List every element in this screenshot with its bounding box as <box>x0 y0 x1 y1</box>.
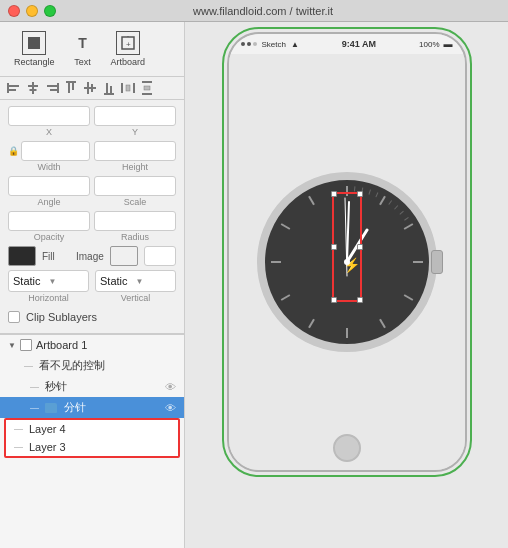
collapse-icon[interactable]: ▼ <box>8 341 16 350</box>
width-input[interactable]: 268 <box>21 141 90 161</box>
watch-crown <box>431 250 443 274</box>
second-hand-layer[interactable]: — 秒针 👁 <box>0 376 184 397</box>
home-button[interactable] <box>333 434 361 462</box>
svg-rect-25 <box>142 81 152 83</box>
vertical-dropdown[interactable]: Static ▼ <box>95 270 176 292</box>
signal-dot-1 <box>241 42 245 46</box>
wifi-icon: ▲ <box>291 40 299 49</box>
x-field: 54 X <box>8 106 90 137</box>
signal-dot-2 <box>247 42 251 46</box>
horizontal-label: Horizontal <box>8 293 89 303</box>
align-middle-icon[interactable] <box>82 81 98 95</box>
svg-rect-10 <box>57 83 59 93</box>
y-input[interactable]: 311 <box>94 106 176 126</box>
watch-face: ⚡ <box>257 172 437 352</box>
image-label: Image <box>76 251 104 262</box>
height-field: 26 Height <box>94 141 176 172</box>
align-left-icon[interactable] <box>6 81 22 95</box>
svg-rect-6 <box>9 89 16 91</box>
svg-line-40 <box>354 186 355 191</box>
svg-line-32 <box>404 295 413 300</box>
svg-rect-21 <box>110 86 112 93</box>
vertical-value: Static <box>100 275 136 287</box>
eye-visible-icon[interactable]: 👁 <box>165 402 176 414</box>
layer3-item[interactable]: — Layer 3 <box>6 438 178 456</box>
artboard-icon: + <box>116 31 140 55</box>
scale-field: 1 Scale <box>94 176 176 207</box>
layer4-name: Layer 4 <box>29 423 66 435</box>
svg-line-36 <box>281 295 290 300</box>
height-label: Height <box>94 162 176 172</box>
scale-input[interactable]: 1 <box>94 176 176 196</box>
battery-icon: ▬ <box>444 39 453 49</box>
distribute-v-icon[interactable] <box>139 81 155 95</box>
phone-mockup: Sketch ▲ 9:41 AM 100% ▬ <box>227 32 467 472</box>
svg-rect-15 <box>72 83 74 90</box>
battery-status: 100% <box>419 40 439 49</box>
static-dropdowns-row: Static ▼ Horizontal Static ▼ Vertical <box>8 270 176 303</box>
svg-rect-11 <box>47 85 57 87</box>
maximize-button[interactable] <box>44 5 56 17</box>
layer4-item[interactable]: — Layer 4 <box>6 420 178 438</box>
properties-panel: 54 X 311 Y 🔒 268 Width 26 <box>0 100 184 334</box>
width-field: 🔒 268 Width <box>8 141 90 172</box>
xy-row: 54 X 311 Y <box>8 106 176 137</box>
stroke-width-input[interactable]: 0 <box>144 246 176 266</box>
svg-rect-24 <box>126 85 130 91</box>
text-icon: T <box>71 31 95 55</box>
chevron-down-icon: ▼ <box>49 277 85 286</box>
layer-dash-icon: — <box>30 382 39 392</box>
svg-point-52 <box>344 259 350 265</box>
svg-rect-5 <box>9 85 19 87</box>
opacity-input[interactable]: 100% <box>8 211 90 231</box>
svg-rect-9 <box>30 89 37 91</box>
svg-rect-16 <box>84 87 96 89</box>
svg-line-44 <box>388 201 391 205</box>
x-label: X <box>8 127 90 137</box>
svg-line-50 <box>347 202 349 262</box>
stroke-color-swatch[interactable] <box>110 246 138 266</box>
text-tool[interactable]: T Text <box>65 28 101 70</box>
artboard-tool[interactable]: + Artboard <box>105 28 152 70</box>
rectangle-icon <box>22 31 46 55</box>
rectangle-tool[interactable]: Rectangle <box>8 28 61 70</box>
svg-rect-0 <box>28 37 40 49</box>
clip-checkbox[interactable] <box>8 311 20 323</box>
align-bottom-icon[interactable] <box>101 81 117 95</box>
horizontal-dropdown[interactable]: Static ▼ <box>8 270 89 292</box>
group-layer[interactable]: — 看不见的控制 <box>0 355 184 376</box>
x-input[interactable]: 54 <box>8 106 90 126</box>
svg-rect-18 <box>91 84 93 92</box>
angle-input[interactable]: 92.41° <box>8 176 90 196</box>
minute-hand-layer[interactable]: — 分针 👁 <box>0 397 184 418</box>
y-field: 311 Y <box>94 106 176 137</box>
align-right-icon[interactable] <box>44 81 60 95</box>
svg-rect-8 <box>28 85 38 87</box>
svg-rect-20 <box>106 83 108 93</box>
artboard-type-icon <box>20 339 32 351</box>
fill-color-swatch[interactable] <box>8 246 36 266</box>
svg-rect-22 <box>121 83 123 93</box>
radius-label: Radius <box>94 232 176 242</box>
close-button[interactable] <box>8 5 20 17</box>
text-label: Text <box>74 57 91 67</box>
align-center-h-icon[interactable] <box>25 81 41 95</box>
expand-icon: — <box>24 361 33 371</box>
distribute-h-icon[interactable] <box>120 81 136 95</box>
layer3-name: Layer 3 <box>29 441 66 453</box>
minimize-button[interactable] <box>26 5 38 17</box>
svg-line-33 <box>380 319 385 328</box>
width-label: Width <box>8 162 90 172</box>
eye-icon[interactable]: 👁 <box>165 381 176 393</box>
layer-dash-selected-icon: — <box>30 403 39 413</box>
align-top-icon[interactable] <box>63 81 79 95</box>
window-title: www.filandloid.com / twitter.it <box>62 5 464 17</box>
svg-line-39 <box>309 196 314 205</box>
canvas-area: Sketch ▲ 9:41 AM 100% ▬ <box>185 22 508 548</box>
svg-rect-13 <box>66 81 76 83</box>
radius-input[interactable]: 0 <box>94 211 176 231</box>
svg-line-45 <box>394 206 397 210</box>
height-input[interactable]: 26 <box>94 141 176 161</box>
left-panel: Rectangle T Text + Artboard <box>0 22 185 548</box>
artboard-header: ▼ Artboard 1 <box>0 335 184 355</box>
